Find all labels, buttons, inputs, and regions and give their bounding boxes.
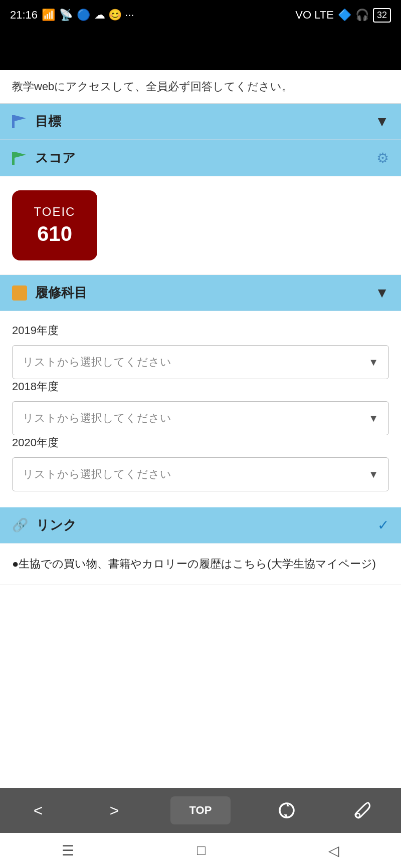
year-2018-label: 2018年度 <box>12 379 389 394</box>
link-header[interactable]: 🔗 リンク ✓ <box>0 507 401 543</box>
mokuhyo-header[interactable]: 目標 ▼ <box>0 104 401 140</box>
nav-back-btn[interactable]: < <box>18 795 58 825</box>
refresh-icon <box>277 800 297 820</box>
top-black-area <box>0 30 401 70</box>
notice-bar: 教学webにアクセスして、全員必ず回答してください。 <box>0 70 401 104</box>
year-2020-text: 2020年度 <box>12 436 59 449</box>
subject-header-left: 履修科目 <box>12 284 87 302</box>
link-chain-icon: 🔗 <box>12 517 28 533</box>
status-bar: 21:16 📶 📡 🔵 ☁ 😊 ··· VO LTE 🔷 🎧 32 <box>0 0 401 30</box>
wrench-icon <box>353 801 372 820</box>
year-2018-section: 2018年度 リストから選択してください ▼ <box>12 379 389 435</box>
bluetooth-status-icon: 🔷 <box>338 9 351 22</box>
year-2020-dropdown[interactable]: リストから選択してください ▼ <box>12 457 389 491</box>
year-2018-text: 2018年度 <box>12 380 59 393</box>
svg-rect-2 <box>12 152 15 165</box>
svg-marker-3 <box>15 152 26 158</box>
year-2019-text: 2019年度 <box>12 324 59 337</box>
time-display: 21:16 <box>10 9 38 22</box>
toeic-score: 610 <box>37 222 72 246</box>
android-nav: ☰ □ ◁ <box>0 833 401 868</box>
year-2019-section: 2019年度 リストから選択してください ▼ <box>12 323 389 379</box>
mokuhyo-header-left: 目標 <box>12 113 61 130</box>
android-back-btn[interactable]: ◁ <box>328 842 339 859</box>
status-left: 21:16 📶 📡 🔵 ☁ 😊 ··· <box>10 9 134 22</box>
year-2018-dropdown[interactable]: リストから選択してください ▼ <box>12 401 389 435</box>
year-2019-dropdown[interactable]: リストから選択してください ▼ <box>12 345 389 379</box>
link-coop-text[interactable]: ●生協での買い物、書籍やカロリーの履歴はこちら(大学生協マイページ) <box>12 555 389 572</box>
score-gear-btn[interactable]: ⚙ <box>376 150 389 166</box>
signal-icon: 📶 <box>42 9 55 22</box>
nav-top-label: TOP <box>189 804 212 817</box>
wifi-icon: 📡 <box>59 9 73 22</box>
year-2020-arrow: ▼ <box>368 469 378 480</box>
bluetooth-icon: 🔵 <box>77 9 90 22</box>
battery-indicator: 32 <box>373 8 391 23</box>
bottom-nav: < > TOP <box>0 788 401 833</box>
gear-icon: ⚙ <box>376 150 389 166</box>
year-2020-label: 2020年度 <box>12 435 389 450</box>
year-2018-arrow: ▼ <box>368 413 378 424</box>
mokuhyo-label: 目標 <box>35 113 61 130</box>
notice-text: 教学webにアクセスして、全員必ず回答してください。 <box>12 80 293 93</box>
svg-rect-0 <box>12 115 15 128</box>
nav-tool-btn[interactable] <box>343 795 383 825</box>
year-2019-arrow: ▼ <box>368 357 378 368</box>
headphone-icon: 🎧 <box>355 9 369 22</box>
score-header-left: スコア <box>12 149 76 167</box>
toeic-card: TOEIC 610 <box>12 190 97 260</box>
links-area: ●生協での買い物、書籍やカロリーの履歴はこちら(大学生協マイページ) <box>0 543 401 585</box>
link-chevron[interactable]: ✓ <box>377 517 389 533</box>
android-menu-btn[interactable]: ☰ <box>62 842 74 859</box>
folder-icon <box>12 285 27 301</box>
nav-top-btn[interactable]: TOP <box>170 796 231 824</box>
svg-point-5 <box>356 813 360 817</box>
nav-back-label: < <box>34 801 43 820</box>
toeic-label: TOEIC <box>34 205 76 219</box>
android-home-btn[interactable]: □ <box>197 842 206 858</box>
score-header[interactable]: スコア ⚙ <box>0 140 401 176</box>
subject-header[interactable]: 履修科目 ▼ <box>0 275 401 311</box>
status-right: VO LTE 🔷 🎧 32 <box>295 8 391 23</box>
flag-blue-icon <box>12 115 27 128</box>
subject-area: 2019年度 リストから選択してください ▼ 2018年度 リストから選択してく… <box>0 311 401 507</box>
score-label: スコア <box>35 149 76 167</box>
notification-icons: ☁ 😊 ··· <box>94 9 134 22</box>
nav-forward-label: > <box>110 801 119 820</box>
year-2018-placeholder: リストから選択してください <box>23 411 171 426</box>
subject-label: 履修科目 <box>35 284 87 302</box>
year-2020-placeholder: リストから選択してください <box>23 467 171 482</box>
score-area: TOEIC 610 <box>0 176 401 275</box>
subject-chevron[interactable]: ▼ <box>375 285 389 301</box>
year-2019-label: 2019年度 <box>12 323 389 338</box>
year-2020-section: 2020年度 リストから選択してください ▼ <box>12 435 389 491</box>
nav-forward-btn[interactable]: > <box>94 795 134 825</box>
flag-green-icon <box>12 152 27 165</box>
svg-marker-1 <box>15 115 26 121</box>
mokuhyo-chevron[interactable]: ▼ <box>375 114 389 130</box>
link-header-left: 🔗 リンク <box>12 516 77 534</box>
nav-refresh-btn[interactable] <box>267 795 307 825</box>
link-label: リンク <box>36 516 77 534</box>
year-2019-placeholder: リストから選択してください <box>23 355 171 370</box>
vo-lte-label: VO LTE <box>295 9 334 22</box>
nav-spacer <box>0 585 401 665</box>
